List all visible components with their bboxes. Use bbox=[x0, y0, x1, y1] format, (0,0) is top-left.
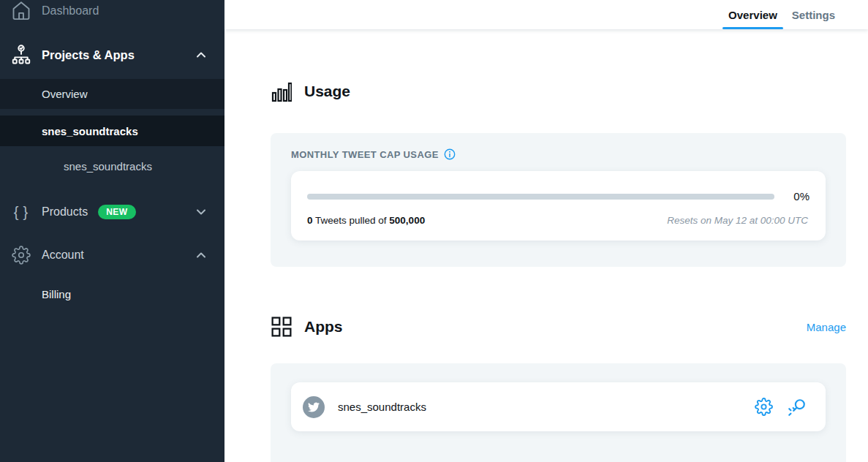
apps-section-header: Apps Manage bbox=[271, 317, 846, 337]
main-area: Overview Settings Usage MONTHLY TWEET CA… bbox=[224, 0, 868, 462]
app-settings-gear-icon[interactable] bbox=[755, 398, 773, 416]
sidebar-item-label: Projects & Apps bbox=[42, 48, 135, 62]
tweet-cap-progress-bar bbox=[307, 194, 774, 200]
tweet-cap-usage-card: MONTHLY TWEET CAP USAGE 0% bbox=[271, 133, 846, 267]
tweet-cap-percent: 0% bbox=[790, 190, 809, 202]
chevron-up-icon[interactable] bbox=[194, 48, 208, 62]
new-badge: NEW bbox=[98, 205, 136, 219]
sidebar-item-billing[interactable]: Billing bbox=[0, 278, 224, 310]
sidebar: Dashboard Projects & Apps Overview snes_… bbox=[0, 0, 224, 462]
sidebar-item-label: Account bbox=[42, 249, 84, 262]
app-row-snes-soundtracks[interactable]: snes_soundtracks bbox=[291, 382, 826, 431]
usage-progress-card: 0% 0 Tweets pulled of 500,000 Resets on … bbox=[291, 171, 826, 241]
apps-list-card: snes_soundtracks bbox=[271, 363, 846, 462]
twitter-app-avatar bbox=[303, 396, 325, 418]
app-name: snes_soundtracks bbox=[338, 401, 426, 413]
resets-date-text: Resets on May 12 at 00:00 UTC bbox=[667, 215, 808, 226]
twitter-icon bbox=[308, 401, 320, 413]
apps-section-title: Apps bbox=[304, 318, 343, 336]
sidebar-item-label: Billing bbox=[42, 288, 71, 300]
account-gear-icon bbox=[10, 246, 32, 265]
usage-section-header: Usage bbox=[271, 80, 846, 102]
tweets-pulled-text: 0 Tweets pulled of 500,000 bbox=[307, 215, 425, 226]
sidebar-item-account[interactable]: Account bbox=[0, 239, 224, 271]
sidebar-item-app-snes-soundtracks[interactable]: snes_soundtracks bbox=[0, 150, 224, 182]
sidebar-item-label: snes_soundtracks bbox=[64, 160, 152, 173]
tweet-cap-usage-label: MONTHLY TWEET CAP USAGE bbox=[291, 149, 439, 160]
app-keys-key-icon[interactable] bbox=[787, 398, 806, 417]
info-icon[interactable] bbox=[444, 148, 456, 160]
sidebar-item-projects-apps[interactable]: Projects & Apps bbox=[0, 39, 224, 71]
sidebar-item-label: Dashboard bbox=[42, 4, 99, 18]
sidebar-item-overview[interactable]: Overview bbox=[0, 79, 224, 109]
main-content: Usage MONTHLY TWEET CAP USAGE bbox=[224, 29, 868, 462]
tweets-pulled-middle: Tweets pulled of bbox=[313, 215, 390, 226]
products-icon: { } bbox=[10, 204, 32, 221]
sidebar-item-products[interactable]: { } Products NEW bbox=[0, 196, 224, 228]
usage-section-title: Usage bbox=[304, 83, 350, 100]
manage-link[interactable]: Manage bbox=[807, 321, 846, 333]
tweets-pulled-total: 500,000 bbox=[389, 215, 425, 226]
sidebar-item-label: Overview bbox=[42, 88, 88, 100]
sidebar-item-label: snes_soundtracks bbox=[42, 125, 138, 137]
projects-icon bbox=[10, 44, 32, 66]
tab-settings[interactable]: Settings bbox=[790, 0, 837, 29]
tab-overview[interactable]: Overview bbox=[727, 0, 779, 29]
usage-bar-chart-icon bbox=[271, 80, 293, 102]
chevron-up-icon[interactable] bbox=[194, 248, 208, 262]
apps-grid-icon bbox=[271, 317, 293, 337]
home-icon bbox=[10, 1, 32, 21]
sidebar-item-dashboard[interactable]: Dashboard bbox=[0, 0, 224, 27]
sidebar-item-project-snes-soundtracks[interactable]: snes_soundtracks bbox=[0, 116, 224, 146]
tweets-pulled-count: 0 bbox=[307, 215, 313, 226]
sidebar-item-label: Products bbox=[42, 205, 88, 219]
page-tabs: Overview Settings bbox=[224, 0, 868, 29]
chevron-down-icon[interactable] bbox=[194, 205, 208, 219]
